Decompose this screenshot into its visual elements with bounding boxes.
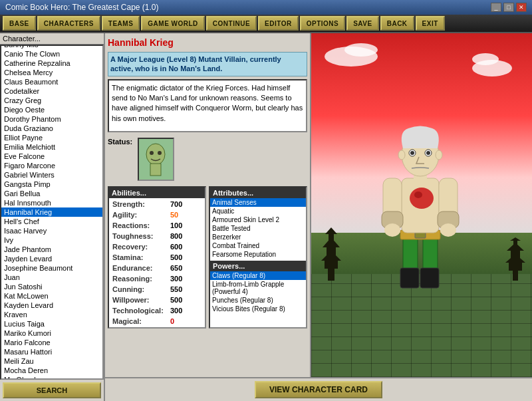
ability-label: Reasoning: [110, 274, 167, 283]
ability-row: Technological: 300 [110, 306, 203, 315]
char-list-item[interactable]: Claus Beaumont [1, 77, 102, 86]
svg-rect-7 [327, 247, 336, 261]
char-list-item[interactable]: Juan [1, 273, 102, 282]
ability-label: Reactions: [110, 221, 167, 230]
char-info: Hannibal Krieg A Major League (Level 8) … [105, 33, 311, 377]
power-item[interactable]: Punches (Regular 8) [210, 296, 306, 305]
ability-value: 700 [168, 200, 203, 209]
close-button[interactable]: ✕ [516, 3, 527, 12]
search-button[interactable]: SEARCH [3, 382, 101, 398]
char-list-item[interactable]: Gari Bellua [1, 189, 102, 198]
svg-point-40 [398, 150, 405, 160]
svg-rect-5 [325, 261, 338, 269]
view-card-button[interactable]: VIEW CHARACTER CARD [255, 381, 382, 398]
char-list-item[interactable]: Catherine Repzalina [1, 59, 102, 68]
attribute-item[interactable]: Berzerker [210, 233, 306, 241]
char-list-item[interactable]: Ivy [1, 235, 102, 245]
char-list-item[interactable]: Eve Falcone [1, 152, 102, 161]
char-list-item[interactable]: Mr. Ghoul [1, 375, 102, 380]
cloud-4 [472, 53, 499, 65]
char-list-item[interactable]: Jun Satoshi [1, 282, 102, 291]
char-list-item[interactable]: Kat McLowen [1, 291, 102, 301]
abilities-header[interactable]: Abilities... [109, 188, 205, 198]
ability-value: 50 [168, 210, 203, 219]
nav-back[interactable]: BACK [380, 16, 414, 31]
maximize-button[interactable]: □ [503, 3, 514, 12]
ability-label: Magical: [110, 317, 167, 326]
char-list-item[interactable]: Hannibal Krieg [1, 207, 102, 217]
attribute-item[interactable]: Armoured Skin Level 2 [210, 215, 306, 224]
char-list-item[interactable]: Mario Falcone [1, 338, 102, 347]
char-list-item[interactable]: Duda Graziano [1, 124, 102, 133]
char-list-item[interactable]: Bunny Mio [1, 45, 102, 49]
ability-value: 300 [168, 306, 203, 315]
nav-continue[interactable]: CONTINUE [206, 16, 257, 31]
attribute-item[interactable]: Combat Trained [210, 241, 306, 250]
char-list-item[interactable]: Crazy Greg [1, 96, 102, 105]
nav-teams[interactable]: TEAMS [102, 16, 140, 31]
powers-header[interactable]: Powers... [210, 261, 306, 271]
char-list-item[interactable]: Canio The Clown [1, 49, 102, 59]
attribute-item[interactable]: Animal Senses [210, 198, 306, 207]
powers-list[interactable]: Claws (Regular 8)Limb-from-Limb Grapple … [210, 271, 306, 313]
char-list-item[interactable]: Codetalker [1, 86, 102, 96]
ability-row: Willpower: 500 [110, 295, 203, 305]
char-list-item[interactable]: Hal Innsmouth [1, 198, 102, 207]
char-list-item[interactable]: Jade Phantom [1, 245, 102, 254]
char-list-item[interactable]: Hell's Chef [1, 217, 102, 226]
char-list-item[interactable]: Figaro Marcone [1, 161, 102, 170]
ability-row: Reasoning: 300 [110, 274, 203, 283]
nav-exit[interactable]: EXIT [416, 16, 445, 31]
attribute-item[interactable]: Aquatic [210, 207, 306, 215]
attribute-item[interactable]: Fearsome Reputation [210, 250, 306, 258]
char-list-item[interactable]: Isaac Harvey [1, 226, 102, 235]
svg-rect-16 [513, 241, 517, 251]
abilities-table: Strength: 700 Agility: 50 Reactions: 100… [109, 198, 205, 327]
attributes-header[interactable]: Attributes... [210, 188, 306, 198]
char-list-item[interactable]: Mocha Deren [1, 366, 102, 375]
nav-editor[interactable]: EDITOR [258, 16, 299, 31]
char-list-item[interactable]: Kraven [1, 310, 102, 319]
nav-options[interactable]: OPTIONS [300, 16, 346, 31]
ability-label: Strength: [110, 200, 167, 209]
char-list-scroll[interactable]: Acre BeckwoodAgan MardusAtticus Benedict… [0, 45, 104, 380]
svg-point-38 [410, 151, 414, 155]
power-item[interactable]: Limb-from-Limb Grapple (Powerful 4) [210, 280, 306, 296]
status-portrait [138, 138, 174, 181]
nav-base[interactable]: BASE [3, 16, 36, 31]
ability-value: 0 [168, 317, 203, 326]
char-list-item[interactable]: Mariko Kumori [1, 329, 102, 338]
char-list-item[interactable]: Josephine Beaumont [1, 263, 102, 273]
char-image-panel [311, 33, 532, 377]
power-item[interactable]: Claws (Regular 8) [210, 271, 306, 280]
svg-point-0 [146, 144, 165, 165]
char-list-item[interactable]: Dorothy Phantom [1, 114, 102, 124]
stats-area: Abilities... Strength: 700 Agility: 50 R… [108, 186, 307, 329]
char-list-item[interactable]: Meili Zau [1, 356, 102, 366]
svg-marker-10 [325, 227, 337, 234]
ability-label: Stamina: [110, 253, 167, 262]
nav-save[interactable]: SAVE [346, 16, 379, 31]
power-item[interactable]: Vicious Bites (Regular 8) [210, 305, 306, 313]
char-list-item[interactable]: Gabriel Winters [1, 170, 102, 180]
char-list-item[interactable]: Jayden Levard [1, 254, 102, 263]
svg-rect-1 [150, 164, 161, 176]
minimize-button[interactable]: _ [491, 3, 501, 12]
nav-characters[interactable]: CHARACTERS [37, 16, 100, 31]
char-list-item[interactable]: Elliot Payne [1, 133, 102, 142]
char-list-item[interactable]: Lucius Taiga [1, 319, 102, 329]
ability-value: 500 [168, 295, 203, 305]
portrait-svg [141, 141, 171, 178]
char-list-item[interactable]: Kayden Levard [1, 301, 102, 310]
attributes-list[interactable]: Animal SensesAquaticArmoured Skin Level … [210, 198, 306, 258]
char-list-item[interactable]: Masaru Hattori [1, 347, 102, 356]
char-list-item[interactable]: Chelsea Mercy [1, 68, 102, 77]
svg-point-2 [150, 151, 154, 155]
char-list-item[interactable]: Diego Oeste [1, 105, 102, 114]
attribute-item[interactable]: Battle Tested [210, 224, 306, 233]
char-list-item[interactable]: Emilia Melchiott [1, 142, 102, 152]
nav-game-world[interactable]: GAME WORLD [141, 16, 205, 31]
ability-label: Recovery: [110, 242, 167, 251]
svg-point-25 [410, 188, 434, 209]
char-list-item[interactable]: Gangsta Pimp [1, 180, 102, 189]
